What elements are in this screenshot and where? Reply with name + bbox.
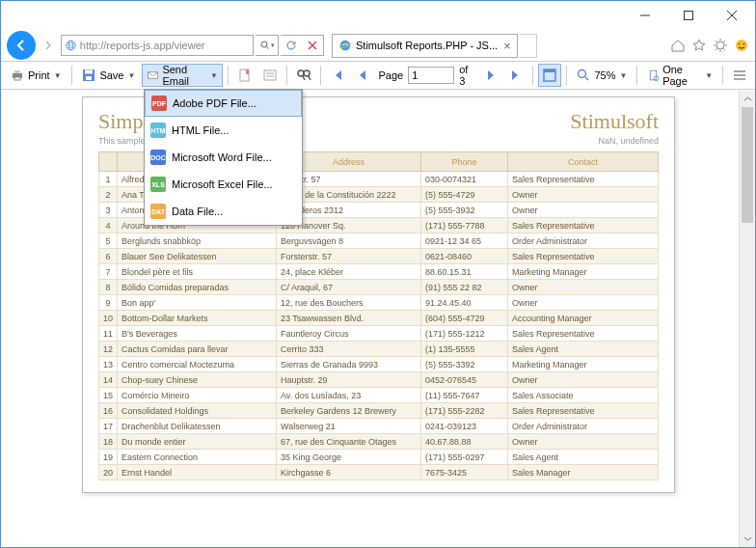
dropdown-item[interactable]: PDFAdobe PDF File... bbox=[145, 90, 302, 117]
table-cell: Sierras de Granada 9993 bbox=[277, 357, 421, 372]
table-row: 15Comércio MineiroAv. dos Lusíadas, 23(1… bbox=[99, 388, 659, 403]
page-input[interactable] bbox=[408, 67, 454, 84]
table-cell: (5) 555-3932 bbox=[421, 203, 508, 218]
find-button[interactable] bbox=[292, 64, 315, 87]
table-cell: Bólido Comidas preparadas bbox=[118, 280, 277, 295]
dropdown-item-label: Microsoft Excel File... bbox=[172, 178, 273, 190]
send-email-button[interactable]: Send Email▼ bbox=[142, 64, 223, 87]
dropdown-item[interactable]: DATData File... bbox=[145, 198, 302, 225]
table-cell: 88.60.15.31 bbox=[421, 264, 508, 280]
fullscreen-button[interactable] bbox=[538, 64, 561, 87]
view-mode-label: One Page bbox=[662, 64, 701, 87]
table-row: 8Bólido Comidas preparadasC/ Araquil, 67… bbox=[99, 280, 659, 295]
save-button[interactable]: Save▼ bbox=[76, 64, 140, 87]
svg-rect-25 bbox=[650, 70, 656, 80]
send-email-dropdown: PDFAdobe PDF File...HTMHTML File...DOCMi… bbox=[144, 89, 303, 226]
table-cell: C/ Araquil, 67 bbox=[277, 280, 421, 295]
table-cell: 0621-08460 bbox=[421, 249, 508, 264]
svg-rect-14 bbox=[85, 70, 93, 74]
table-cell: Owner bbox=[508, 203, 659, 218]
svg-point-9 bbox=[743, 43, 745, 45]
table-cell: (11) 555-7647 bbox=[421, 388, 508, 403]
table-row: 12Cactus Comidas para llevarCerrito 333(… bbox=[99, 342, 659, 357]
bookmarks-button[interactable] bbox=[233, 64, 256, 87]
table-cell: Owner bbox=[508, 295, 659, 311]
first-page-button[interactable] bbox=[326, 64, 349, 87]
refresh-button[interactable] bbox=[281, 36, 302, 55]
zoom-button[interactable]: 75%▼ bbox=[571, 64, 632, 87]
address-bar[interactable] bbox=[61, 35, 254, 56]
report-viewer: Simpl This sample Stimulsoft NaN, undefi… bbox=[1, 91, 755, 547]
svg-point-3 bbox=[261, 41, 267, 47]
file-type-icon: XLS bbox=[150, 177, 166, 192]
parameters-button[interactable] bbox=[258, 64, 282, 87]
table-cell: Marketing Manager bbox=[508, 264, 659, 280]
table-row: 16Consolidated HoldingsBerkeley Gardens … bbox=[99, 403, 659, 419]
scroll-thumb[interactable] bbox=[742, 107, 753, 223]
smiley-icon[interactable] bbox=[734, 38, 749, 53]
svg-rect-19 bbox=[264, 70, 276, 80]
print-button[interactable]: Print▼ bbox=[5, 64, 67, 87]
browser-tab[interactable]: Stimulsoft Reports.PHP - JS... × bbox=[332, 34, 518, 58]
table-cell: 0241-039123 bbox=[421, 419, 508, 434]
table-cell: Chop-suey Chinese bbox=[118, 372, 277, 388]
minimize-button[interactable] bbox=[623, 2, 666, 29]
column-header: Phone bbox=[421, 152, 508, 172]
report-brand: Stimulsoft bbox=[570, 109, 659, 134]
save-label: Save bbox=[99, 69, 123, 81]
page-total: of 3 bbox=[456, 64, 477, 87]
scroll-down-button[interactable] bbox=[740, 531, 755, 547]
menu-button[interactable] bbox=[728, 64, 751, 87]
dropdown-item[interactable]: XLSMicrosoft Excel File... bbox=[145, 171, 302, 198]
dropdown-item[interactable]: DOCMicrosoft Word File... bbox=[145, 144, 302, 171]
last-page-button[interactable] bbox=[504, 64, 527, 87]
close-button[interactable] bbox=[710, 2, 753, 29]
table-cell: (5) 555-3392 bbox=[421, 357, 508, 372]
dropdown-item[interactable]: HTMHTML File... bbox=[145, 117, 302, 144]
table-cell: 10 bbox=[99, 311, 118, 326]
file-type-icon: DAT bbox=[150, 204, 166, 219]
tools-icon[interactable] bbox=[713, 38, 728, 53]
maximize-button[interactable] bbox=[666, 2, 710, 29]
scroll-up-button[interactable] bbox=[740, 91, 755, 107]
url-input[interactable] bbox=[80, 40, 250, 51]
table-cell: 35 King George bbox=[277, 450, 421, 465]
tab-close-icon[interactable]: × bbox=[503, 39, 511, 53]
browser-navbar: ▾ Stimulsoft Reports.PHP - JS... × bbox=[1, 30, 755, 61]
table-cell: 5 bbox=[99, 233, 118, 249]
table-cell: 15 bbox=[99, 388, 118, 403]
table-cell: Berkeley Gardens 12 Brewery bbox=[277, 403, 421, 419]
table-cell: Owner bbox=[508, 372, 659, 388]
svg-rect-18 bbox=[246, 69, 249, 74]
search-dropdown[interactable]: ▾ bbox=[256, 35, 279, 56]
table-cell: Sales Representative bbox=[508, 218, 659, 233]
stop-button[interactable] bbox=[302, 36, 323, 55]
new-tab-button[interactable] bbox=[520, 34, 537, 58]
next-page-button[interactable] bbox=[479, 64, 502, 87]
vertical-scrollbar[interactable] bbox=[739, 91, 755, 547]
file-type-icon: HTM bbox=[150, 123, 166, 138]
table-row: 9Bon app'12, rue des Bouchers91.24.45.40… bbox=[99, 295, 659, 311]
table-cell: 40.67.88.88 bbox=[421, 434, 508, 450]
svg-point-20 bbox=[298, 70, 304, 76]
forward-button[interactable] bbox=[38, 32, 59, 59]
svg-rect-23 bbox=[544, 69, 555, 72]
table-cell: Centro comercial Moctezuma bbox=[118, 357, 277, 372]
table-cell: Sales Agent bbox=[508, 450, 659, 465]
home-icon[interactable] bbox=[670, 38, 686, 53]
table-cell: Blondel père et fils bbox=[118, 264, 277, 280]
table-cell: Sales Agent bbox=[508, 342, 659, 357]
favorites-icon[interactable] bbox=[691, 38, 707, 53]
table-cell: 91.24.45.40 bbox=[421, 295, 508, 311]
table-row: 14Chop-suey ChineseHauptstr. 290452-0765… bbox=[99, 372, 659, 388]
view-mode-button[interactable]: One Page▼ bbox=[642, 64, 717, 87]
table-cell: (5) 555-4729 bbox=[421, 187, 508, 203]
report-timestamp: NaN, undefined bbox=[598, 136, 659, 146]
table-cell: Cerrito 333 bbox=[277, 342, 421, 357]
table-cell: 19 bbox=[99, 450, 118, 465]
back-button[interactable] bbox=[7, 31, 36, 60]
prev-page-button[interactable] bbox=[351, 64, 374, 87]
table-cell: 6 bbox=[99, 249, 118, 264]
send-email-label: Send Email bbox=[162, 64, 206, 87]
table-cell: 20 bbox=[99, 465, 118, 480]
